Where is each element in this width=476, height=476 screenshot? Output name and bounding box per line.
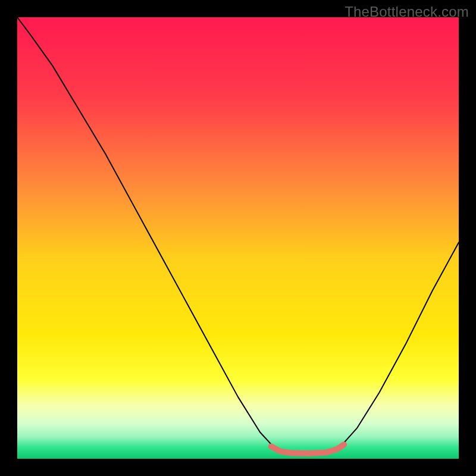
- chart-plot-bg: [17, 17, 459, 459]
- chart-canvas: [0, 0, 476, 476]
- attribution-label: TheBottleneck.com: [345, 4, 469, 20]
- chart-svg: [0, 0, 476, 476]
